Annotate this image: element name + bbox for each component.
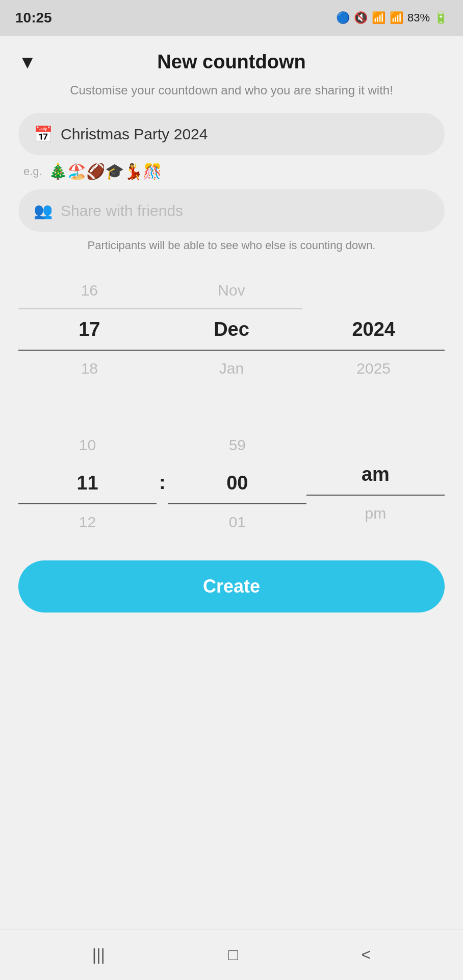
status-time: 10:25 xyxy=(15,10,52,26)
signal-icon: 📶 xyxy=(390,11,403,24)
status-bar: 10:25 🔵 🔇 📶 📶 83% 🔋 xyxy=(0,0,463,36)
day-below: 18 xyxy=(18,351,161,386)
page-title: New countdown xyxy=(157,51,305,73)
minute-below: 01 xyxy=(168,504,306,540)
hour-selected: 11 xyxy=(18,463,157,504)
date-row-above: 16 Nov xyxy=(18,273,445,309)
event-name-value: Christmas Party 2024 xyxy=(61,126,208,143)
share-field[interactable]: 👥 Share with friends xyxy=(18,189,445,232)
period-selected: am xyxy=(306,454,445,496)
battery-icon: 🔋 xyxy=(434,11,448,24)
emoji-row: e.g. 🎄🏖️🏈🎓💃🎊 xyxy=(18,162,445,180)
calendar-icon: 📅 xyxy=(34,125,53,143)
share-placeholder: Share with friends xyxy=(61,202,183,219)
mute-icon: 🔇 xyxy=(354,11,368,24)
period-below: pm xyxy=(306,496,445,531)
create-button[interactable]: Create xyxy=(18,560,445,612)
date-row-selected: 17 Dec 2024 xyxy=(18,309,445,351)
year-above-empty xyxy=(302,273,445,309)
hour-above: 10 xyxy=(18,427,157,463)
minute-col: 59 00 01 xyxy=(168,427,306,540)
date-row-below: 18 Jan 2025 xyxy=(18,351,445,386)
day-above: 16 xyxy=(18,273,161,309)
nav-forward-icon[interactable]: < xyxy=(361,945,371,964)
time-picker[interactable]: 10 11 12 : 59 00 01 am pm xyxy=(18,427,445,540)
period-col: am pm xyxy=(306,436,445,531)
hour-col: 10 11 12 xyxy=(18,427,157,540)
header-subtitle: Customise your countdown and who you are… xyxy=(18,83,445,97)
wifi-icon: 📶 xyxy=(372,11,385,24)
battery-label: 83% xyxy=(407,11,430,24)
nav-back-icon[interactable]: ||| xyxy=(92,945,105,964)
header: ▼ New countdown xyxy=(18,51,445,73)
status-icons: 🔵 🔇 📶 📶 83% 🔋 xyxy=(336,11,448,24)
minute-above: 59 xyxy=(168,427,306,463)
nav-home-icon[interactable]: □ xyxy=(228,945,238,964)
event-name-field[interactable]: 📅 Christmas Party 2024 xyxy=(18,113,445,155)
main-content: ▼ New countdown Customise your countdown… xyxy=(0,36,463,929)
month-above: Nov xyxy=(161,273,303,309)
year-below: 2025 xyxy=(302,351,445,386)
participants-note: Participants will be able to see who els… xyxy=(18,239,445,252)
bluetooth-icon: 🔵 xyxy=(336,11,350,24)
hour-below: 12 xyxy=(18,504,157,540)
year-selected: 2024 xyxy=(302,309,445,351)
minute-selected: 00 xyxy=(168,463,306,504)
back-arrow[interactable]: ▼ xyxy=(18,52,37,73)
time-colon: : xyxy=(157,472,168,494)
emoji-hint: e.g. xyxy=(23,165,42,178)
period-empty xyxy=(306,436,445,454)
month-below: Jan xyxy=(161,351,303,386)
day-selected: 17 xyxy=(18,309,161,351)
people-icon: 👥 xyxy=(34,202,53,219)
month-selected: Dec xyxy=(161,309,303,351)
emoji-examples: 🎄🏖️🏈🎓💃🎊 xyxy=(48,162,162,180)
date-picker[interactable]: 16 Nov 17 Dec 2024 18 Jan 2025 xyxy=(18,273,445,386)
nav-bar: ||| □ < xyxy=(0,929,463,980)
